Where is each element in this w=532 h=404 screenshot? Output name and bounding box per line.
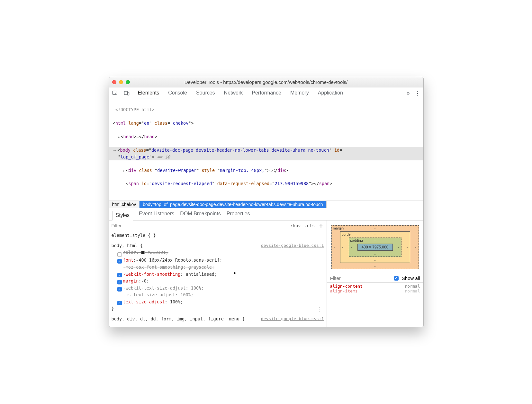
- minimize-window-button[interactable]: [119, 80, 123, 84]
- hov-toggle[interactable]: :hov: [290, 223, 301, 228]
- doctype-node: <!DOCTYPE html>: [115, 107, 155, 112]
- computed-prop-name: align-content: [330, 284, 363, 289]
- prop-checkbox[interactable]: [117, 252, 122, 257]
- tab-sources[interactable]: Sources: [196, 88, 215, 98]
- breadcrumb-bar: html.chekov body#top_of_page.devsite-doc…: [109, 201, 423, 208]
- box-model-padding-label: padding: [350, 238, 363, 242]
- breadcrumb-body[interactable]: body#top_of_page.devsite-doc-page.devsit…: [140, 201, 326, 208]
- tab-performance[interactable]: Performance: [252, 88, 281, 98]
- window-title: Developer Tools - https://developers.goo…: [109, 79, 423, 85]
- rule-body-div[interactable]: devsite-google-blue.css:1body, div, dl, …: [112, 316, 324, 325]
- prop-checkbox[interactable]: [117, 287, 122, 292]
- show-all-label: Show all: [402, 275, 420, 281]
- settings-menu-icon[interactable]: ⋮: [414, 89, 421, 97]
- sidebar-tabs: Styles Event Listeners DOM Breakpoints P…: [109, 208, 423, 220]
- style-rules: element.style { } devsite-google-blue.cs…: [109, 231, 327, 327]
- subtab-styles[interactable]: Styles: [112, 211, 133, 220]
- main-toolbar: Elements Console Sources Network Perform…: [109, 87, 423, 99]
- subtab-dom-breakpoints[interactable]: DOM Breakpoints: [180, 211, 221, 220]
- inspect-element-icon[interactable]: [112, 90, 119, 97]
- prop-checkbox[interactable]: [117, 301, 122, 305]
- box-model-margin-label: margin: [333, 226, 344, 230]
- tab-memory[interactable]: Memory: [290, 88, 309, 98]
- computed-pane: margin ---- border ---- padding ---- 400…: [327, 220, 423, 327]
- window-controls: [112, 80, 130, 84]
- source-link[interactable]: devsite-google-blue.css:1: [261, 242, 324, 249]
- box-model-content: 400 × 7975.080: [357, 244, 393, 251]
- new-style-rule-button[interactable]: +: [318, 222, 324, 229]
- tab-network[interactable]: Network: [224, 88, 243, 98]
- panel-tabs: Elements Console Sources Network Perform…: [135, 88, 343, 98]
- color-swatch[interactable]: [141, 251, 145, 254]
- computed-filter-row: Filter Show all: [327, 274, 423, 283]
- prop-checkbox[interactable]: [117, 273, 122, 277]
- source-link[interactable]: devsite-google-blue.css:1: [261, 316, 324, 322]
- mouse-cursor-icon: ➤: [234, 269, 237, 277]
- box-model-diagram[interactable]: margin ---- border ---- padding ---- 400…: [327, 220, 423, 274]
- tab-application[interactable]: Application: [318, 88, 343, 98]
- styles-pane: Filter :hov .cls + element.style { } dev…: [109, 220, 327, 327]
- breadcrumb-html[interactable]: html.chekov: [109, 201, 140, 208]
- computed-list[interactable]: align-contentnormal align-itemsnormal: [327, 283, 423, 295]
- computed-prop-value: normal: [405, 289, 420, 293]
- subtab-event-listeners[interactable]: Event Listeners: [139, 211, 174, 220]
- styles-filter-row: Filter :hov .cls +: [109, 220, 327, 231]
- element-style-block[interactable]: element.style { }: [112, 232, 324, 241]
- close-window-button[interactable]: [112, 80, 116, 84]
- zoom-window-button[interactable]: [126, 80, 130, 84]
- tab-elements[interactable]: Elements: [138, 88, 159, 98]
- styles-filter-input[interactable]: Filter: [112, 223, 122, 228]
- computed-prop-name: align-items: [330, 289, 358, 293]
- show-all-checkbox[interactable]: [394, 276, 399, 281]
- svg-rect-1: [124, 91, 127, 95]
- window-titlebar: Developer Tools - https://developers.goo…: [109, 77, 423, 87]
- dom-tree[interactable]: <!DOCTYPE html> <html lang="en" class="c…: [109, 99, 423, 201]
- cls-toggle[interactable]: .cls: [304, 223, 315, 228]
- prop-checkbox[interactable]: [117, 259, 122, 264]
- prop-checkbox[interactable]: [117, 280, 122, 284]
- overflow-tabs-icon[interactable]: »: [407, 90, 410, 96]
- subtab-properties[interactable]: Properties: [227, 211, 250, 220]
- rule-menu-icon[interactable]: ⋮: [317, 305, 323, 314]
- device-toggle-icon[interactable]: [123, 90, 130, 97]
- computed-prop-value: normal: [405, 284, 420, 289]
- tab-console[interactable]: Console: [168, 88, 187, 98]
- rule-body-html[interactable]: devsite-google-blue.css:1body, html { co…: [112, 242, 324, 314]
- box-model-border-label: border: [342, 232, 352, 236]
- devtools-window: Developer Tools - https://developers.goo…: [109, 77, 424, 327]
- styles-split: Filter :hov .cls + element.style { } dev…: [109, 220, 423, 327]
- computed-filter-input[interactable]: Filter: [330, 275, 341, 281]
- svg-rect-2: [128, 92, 129, 95]
